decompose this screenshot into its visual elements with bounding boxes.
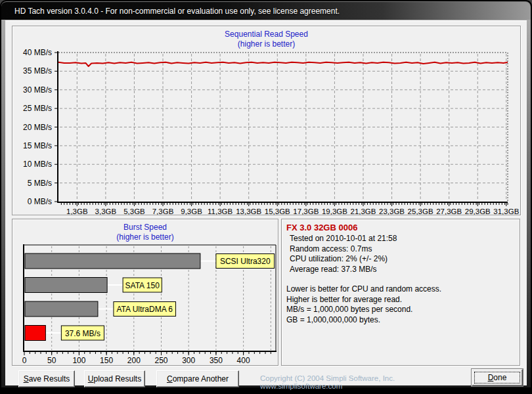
svg-text:11,3GB: 11,3GB (208, 208, 233, 215)
done-button[interactable]: Done (472, 369, 523, 386)
drive-name: FX 3.0 32GB 0006 (286, 223, 515, 232)
svg-text:5 MB/s: 5 MB/s (28, 179, 52, 188)
window-frame: Sequential Read Speed (higher is better)… (1, 20, 531, 387)
average-read-line: Average read: 37.3 MB/s (286, 265, 515, 275)
svg-text:0: 0 (22, 356, 27, 365)
upload-results-button[interactable]: Upload Results (84, 370, 145, 387)
svg-text:19,3GB: 19,3GB (322, 208, 347, 215)
svg-text:0 MB/s: 0 MB/s (28, 197, 52, 206)
tested-on-line: Tested on 2010-10-01 at 21:58 (286, 234, 515, 244)
svg-text:350: 350 (210, 356, 223, 365)
svg-text:400: 400 (237, 356, 250, 365)
svg-text:29,3GB: 29,3GB (465, 208, 491, 215)
burst-speed-chart: SCSI Ultra320SATA 150ATA UltraDMA 637.6 … (12, 219, 278, 365)
svg-text:9,3GB: 9,3GB (181, 208, 202, 215)
svg-text:5,3GB: 5,3GB (123, 208, 145, 215)
svg-text:15,3GB: 15,3GB (265, 208, 290, 215)
svg-text:50: 50 (47, 356, 56, 365)
window-title: HD Tach version 3.0.4.0 - For non-commer… (14, 7, 340, 16)
title-bar[interactable]: HD Tach version 3.0.4.0 - For non-commer… (1, 1, 531, 20)
svg-text:25,3GB: 25,3GB (408, 208, 433, 215)
svg-text:ATA UltraDMA 6: ATA UltraDMA 6 (116, 305, 173, 314)
svg-text:31,3GB: 31,3GB (493, 208, 519, 215)
svg-text:SATA 150: SATA 150 (125, 281, 160, 290)
svg-text:250: 250 (154, 356, 167, 365)
svg-text:7,3GB: 7,3GB (152, 208, 174, 215)
svg-text:10 MB/s: 10 MB/s (23, 160, 52, 169)
client-area: Sequential Read Speed (higher is better)… (5, 20, 527, 385)
note-higher-better: Higher is better for average read. (286, 295, 515, 305)
svg-text:20 MB/s: 20 MB/s (23, 123, 52, 132)
note-lower-better: Lower is better for CPU and random acces… (286, 284, 515, 295)
random-access-line: Random access: 0.7ms (286, 244, 515, 255)
sequential-read-chart: 0 MB/s5 MB/s10 MB/s15 MB/s20 MB/s25 MB/s… (12, 26, 520, 215)
svg-text:100: 100 (72, 356, 85, 365)
drive-info-panel: FX 3.0 32GB 0006 Tested on 2010-10-01 at… (281, 219, 520, 366)
note-mbs-definition: MB/s = 1,000,000 bytes per second. (286, 305, 515, 315)
info-spacer (286, 274, 515, 284)
svg-text:200: 200 (127, 356, 141, 365)
copyright-text: Copyright (C) 2004 Simpli Software, Inc.… (260, 374, 467, 390)
svg-text:25 MB/s: 25 MB/s (23, 104, 52, 113)
svg-text:27,3GB: 27,3GB (436, 208, 462, 215)
compare-another-drive-button[interactable]: Compare Another Drive (156, 370, 239, 387)
hd-tach-window: HD Tach version 3.0.4.0 - For non-commer… (0, 0, 532, 394)
svg-text:21,3GB: 21,3GB (350, 208, 376, 215)
svg-text:40 MB/s: 40 MB/s (23, 48, 52, 57)
svg-text:1,3GB: 1,3GB (66, 208, 88, 215)
svg-text:15 MB/s: 15 MB/s (23, 141, 52, 150)
svg-text:30 MB/s: 30 MB/s (23, 85, 52, 95)
svg-text:150: 150 (100, 356, 113, 365)
svg-text:SCSI Ultra320: SCSI Ultra320 (220, 257, 271, 266)
svg-text:300: 300 (182, 356, 195, 365)
svg-text:37.6 MB/s: 37.6 MB/s (65, 329, 100, 338)
svg-text:3,3GB: 3,3GB (95, 208, 117, 215)
save-results-button[interactable]: Save Results (18, 370, 75, 387)
svg-text:23,3GB: 23,3GB (379, 208, 405, 215)
svg-text:35 MB/s: 35 MB/s (23, 66, 52, 76)
svg-text:13,3GB: 13,3GB (236, 208, 261, 215)
burst-speed-panel: Burst Speed (higher is better) SCSI Ultr… (12, 219, 278, 366)
cpu-utilization-line: CPU utilization: 2% (+/- 2%) (286, 254, 515, 265)
note-gb-definition: GB = 1,000,000,000 bytes. (286, 315, 515, 326)
svg-text:17,3GB: 17,3GB (293, 208, 319, 215)
sequential-read-panel: Sequential Read Speed (higher is better)… (12, 26, 521, 215)
